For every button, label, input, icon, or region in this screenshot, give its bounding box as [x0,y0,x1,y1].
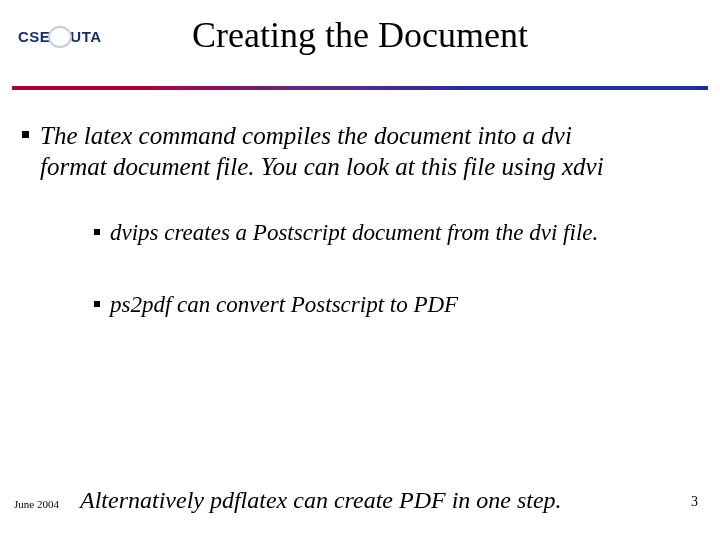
footer-page: 3 [691,494,698,510]
bullet-sub-1: dvips creates a Postscript document from… [94,219,622,248]
slide: CSEUTA Creating the Document The latex c… [0,0,720,540]
body-content: The latex command compiles the document … [22,120,622,364]
bullet-main: The latex command compiles the document … [22,120,622,320]
slide-title: Creating the Document [0,14,720,56]
bullet-sub-2: ps2pdf can convert Postscript to PDF [94,291,622,320]
bullet-main-text: The latex command compiles the document … [40,122,604,180]
title-underline [12,86,708,90]
footer-date: June 2004 [14,498,59,510]
last-line: Alternatively pdflatex can create PDF in… [80,487,680,514]
